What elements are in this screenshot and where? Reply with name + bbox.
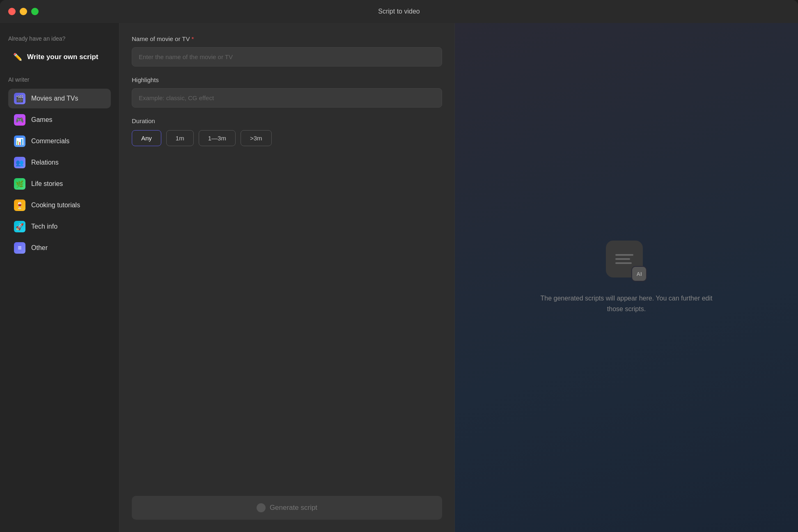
sidebar-item-label: Cooking tutorials bbox=[31, 202, 80, 209]
highlights-input[interactable] bbox=[132, 88, 442, 108]
center-panel: Name of movie or TV * Highlights Duratio… bbox=[119, 23, 455, 532]
movie-name-input[interactable] bbox=[132, 47, 442, 66]
sidebar-item-label: Life stories bbox=[31, 180, 63, 188]
sidebar-item-label: Commercials bbox=[31, 138, 69, 145]
app-window: Script to video Already have an idea? ✏️… bbox=[0, 0, 798, 532]
ai-line-3 bbox=[615, 262, 632, 264]
other-icon: ≡ bbox=[14, 242, 25, 254]
right-panel-placeholder-text: The generated scripts will appear here. … bbox=[532, 293, 721, 314]
generate-btn-icon bbox=[257, 503, 266, 512]
ai-writer-label: AI writer bbox=[8, 76, 111, 83]
tech-icon: 🚀 bbox=[14, 221, 25, 232]
ai-line-2 bbox=[615, 258, 630, 260]
sidebar-item-cooking[interactable]: 🍷 Cooking tutorials bbox=[8, 195, 111, 215]
titlebar: Script to video bbox=[0, 0, 798, 23]
sidebar-item-other[interactable]: ≡ Other bbox=[8, 238, 111, 258]
sidebar-item-relations[interactable]: 👥 Relations bbox=[8, 153, 111, 172]
sidebar: Already have an idea? ✏️ Write your own … bbox=[0, 23, 119, 532]
minimize-button[interactable] bbox=[20, 8, 27, 15]
duration-3m-plus-button[interactable]: >3m bbox=[241, 130, 272, 146]
window-title: Script to video bbox=[378, 8, 420, 15]
life-stories-icon: 🌿 bbox=[14, 178, 25, 190]
movies-icon: 🎬 bbox=[14, 93, 25, 104]
sidebar-item-tech[interactable]: 🚀 Tech info bbox=[8, 217, 111, 236]
commercials-icon: 📊 bbox=[14, 135, 25, 147]
sidebar-item-games[interactable]: 🎮 Games bbox=[8, 110, 111, 130]
generate-script-button[interactable]: Generate script bbox=[132, 496, 442, 520]
pencil-icon: ✏️ bbox=[13, 53, 22, 62]
relations-icon: 👥 bbox=[14, 157, 25, 168]
write-own-script-button[interactable]: ✏️ Write your own script bbox=[8, 49, 111, 65]
main-content: Already have an idea? ✏️ Write your own … bbox=[0, 23, 798, 532]
cooking-icon: 🍷 bbox=[14, 200, 25, 211]
sidebar-item-movies[interactable]: 🎬 Movies and TVs bbox=[8, 89, 111, 108]
ai-badge: AI bbox=[631, 266, 647, 282]
maximize-button[interactable] bbox=[31, 8, 39, 15]
duration-buttons: Any 1m 1—3m >3m bbox=[132, 130, 442, 146]
duration-1-3m-button[interactable]: 1—3m bbox=[199, 130, 236, 146]
sidebar-item-commercials[interactable]: 📊 Commercials bbox=[8, 131, 111, 151]
games-icon: 🎮 bbox=[14, 114, 25, 126]
ai-line-1 bbox=[615, 254, 633, 256]
ai-lines-icon bbox=[615, 254, 633, 264]
sidebar-item-label: Movies and TVs bbox=[31, 95, 78, 102]
sidebar-item-label: Relations bbox=[31, 159, 59, 166]
write-script-label: Write your own script bbox=[27, 53, 99, 61]
highlights-field-label: Highlights bbox=[132, 76, 442, 83]
duration-1m-button[interactable]: 1m bbox=[166, 130, 194, 146]
generate-btn-label: Generate script bbox=[270, 504, 317, 512]
duration-label: Duration bbox=[132, 117, 442, 124]
sidebar-item-life-stories[interactable]: 🌿 Life stories bbox=[8, 174, 111, 194]
sidebar-item-label: Games bbox=[31, 116, 53, 124]
name-field-label: Name of movie or TV * bbox=[132, 35, 442, 42]
duration-any-button[interactable]: Any bbox=[132, 130, 161, 146]
required-indicator: * bbox=[191, 35, 194, 42]
sidebar-item-label: Other bbox=[31, 244, 48, 252]
sidebar-item-label: Tech info bbox=[31, 223, 57, 230]
close-button[interactable] bbox=[8, 8, 16, 15]
already-label: Already have an idea? bbox=[8, 35, 111, 42]
ai-icon-container: AI bbox=[606, 241, 647, 282]
right-panel: AI The generated scripts will appear her… bbox=[455, 23, 798, 532]
traffic-lights bbox=[8, 8, 39, 15]
